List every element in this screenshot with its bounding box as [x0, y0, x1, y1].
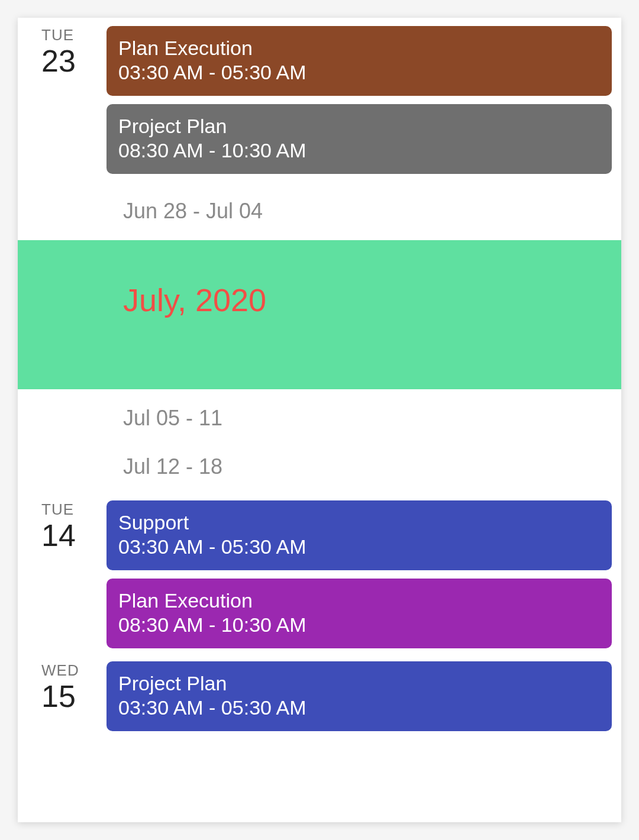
date-column: TUE 14	[18, 496, 106, 551]
week-range-label: Jun 28 - Jul 04	[18, 182, 621, 240]
weekday-label: TUE	[41, 500, 106, 519]
day-row: TUE 23 Plan Execution 03:30 AM - 05:30 A…	[18, 18, 621, 182]
event-title: Plan Execution	[118, 37, 600, 60]
weekday-label: WED	[41, 661, 106, 680]
day-number: 15	[41, 681, 106, 712]
event-title: Project Plan	[118, 672, 600, 695]
event-title: Project Plan	[118, 115, 600, 138]
event-time: 03:30 AM - 05:30 AM	[118, 696, 600, 719]
day-number: 23	[41, 46, 106, 76]
event-title: Plan Execution	[118, 589, 600, 612]
day-row: WED 15 Project Plan 03:30 AM - 05:30 AM	[18, 657, 621, 739]
event-time: 08:30 AM - 10:30 AM	[118, 613, 600, 637]
event-item[interactable]: Plan Execution 08:30 AM - 10:30 AM	[106, 579, 612, 648]
event-time: 08:30 AM - 10:30 AM	[118, 139, 600, 162]
agenda-card: TUE 23 Plan Execution 03:30 AM - 05:30 A…	[18, 18, 621, 822]
weekday-label: TUE	[41, 26, 106, 44]
day-row: TUE 14 Support 03:30 AM - 05:30 AM Plan …	[18, 496, 621, 657]
date-column: TUE 23	[18, 21, 106, 76]
event-item[interactable]: Support 03:30 AM - 05:30 AM	[106, 500, 612, 570]
event-time: 03:30 AM - 05:30 AM	[118, 61, 600, 84]
events-column: Plan Execution 03:30 AM - 05:30 AM Proje…	[106, 21, 612, 182]
event-time: 03:30 AM - 05:30 AM	[118, 535, 600, 558]
events-column: Project Plan 03:30 AM - 05:30 AM	[106, 657, 612, 739]
day-number: 14	[41, 520, 106, 551]
month-title: July, 2020	[123, 282, 621, 318]
week-range-label: Jul 05 - 11	[18, 389, 621, 447]
event-item[interactable]: Plan Execution 03:30 AM - 05:30 AM	[106, 26, 612, 96]
event-item[interactable]: Project Plan 08:30 AM - 10:30 AM	[106, 104, 612, 174]
event-item[interactable]: Project Plan 03:30 AM - 05:30 AM	[106, 661, 612, 731]
week-range-label: Jul 12 - 18	[18, 447, 621, 496]
month-header: July, 2020	[18, 240, 621, 389]
events-column: Support 03:30 AM - 05:30 AM Plan Executi…	[106, 496, 612, 657]
date-column: WED 15	[18, 657, 106, 712]
event-title: Support	[118, 511, 600, 534]
